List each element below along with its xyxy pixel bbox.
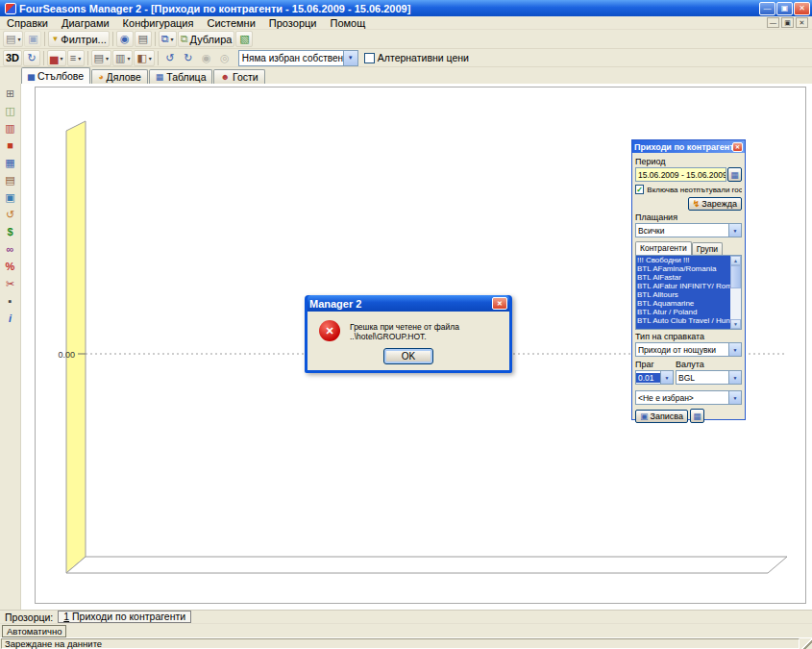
report-type-combobox[interactable]: Приходи от нощувки ▼	[635, 342, 742, 357]
percent-icon[interactable]: %	[2, 259, 18, 274]
rotate-chart-button[interactable]: ↻	[23, 50, 40, 66]
tab-gosti[interactable]: ☻ Гости	[213, 69, 264, 84]
list-scrollbar[interactable]: ▲ ▼	[730, 256, 741, 329]
redo-button[interactable]: ↻	[180, 50, 197, 66]
zoom-in-icon: ◉	[202, 52, 211, 64]
depth-button[interactable]: ▥ ▾	[112, 50, 133, 66]
save-button[interactable]: ▣	[24, 31, 41, 47]
chevron-down-icon[interactable]: ▼	[728, 343, 741, 356]
scissors-icon[interactable]: ✂	[2, 276, 18, 291]
template-combobox[interactable]: <Не е избран> ▼	[635, 390, 742, 405]
chevron-down-icon[interactable]: ▼	[728, 371, 741, 384]
automatic-button[interactable]: Автоматично	[2, 625, 66, 637]
list-item[interactable]: BTL Alltours	[636, 290, 730, 299]
filters-button-label: Филтри...	[61, 34, 106, 45]
info-icon[interactable]: i	[2, 311, 18, 326]
owners-combobox[interactable]: Няма избран собственици ▼	[238, 50, 358, 66]
dollar-icon[interactable]: $	[2, 224, 18, 239]
list-item-partial[interactable]	[636, 325, 730, 330]
calendar-icon[interactable]: ▦	[727, 167, 742, 182]
menu-item-diagrami[interactable]: Диаграми	[55, 16, 116, 30]
tab-grupi[interactable]: Групи	[692, 242, 723, 255]
scrollbar-thumb[interactable]	[730, 265, 741, 288]
blue-table-icon[interactable]: ▦	[2, 155, 18, 170]
zoom-in-button[interactable]: ◉	[198, 50, 215, 66]
grid-3d-icon[interactable]: ⊞	[2, 86, 18, 101]
chevron-down-icon[interactable]: ▼	[728, 391, 741, 404]
list-item[interactable]: BTL AFamina/Romania	[636, 264, 730, 273]
menu-item-prozorci[interactable]: Прозорци	[262, 16, 324, 30]
restore-button[interactable]: ▣	[776, 2, 793, 15]
list-item[interactable]: BTL Atur / Poland	[636, 308, 730, 316]
menu-item-spravki[interactable]: Справки	[0, 16, 55, 30]
window-tab-prihodi[interactable]: 1 Приходи по контрагенти	[58, 611, 191, 623]
payments-combobox[interactable]: Всички ▼	[635, 223, 742, 237]
tab-dyalove[interactable]: ◕ Дялове	[91, 69, 148, 84]
menu-item-pomosht[interactable]: Помощ	[323, 16, 372, 30]
include-guests-checkbox[interactable]: ✓	[635, 185, 644, 194]
rotate-icon[interactable]: ↺	[2, 207, 18, 222]
duplicate-button[interactable]: ⧉ Дублира	[178, 31, 235, 47]
currency-combobox[interactable]: BGL ▼	[676, 370, 742, 385]
monitor-icon[interactable]: ▣	[2, 189, 18, 205]
mdi-restore-button[interactable]: ▣	[781, 17, 794, 28]
period-input[interactable]: 15.06.2009 - 15.06.2009	[635, 167, 726, 182]
marks-button[interactable]: ▤ ▾	[91, 50, 111, 66]
dialog-title-bar[interactable]: Manager 2 ✕	[308, 295, 509, 312]
zoom-out-button[interactable]: ◎	[216, 50, 234, 66]
alt-prices-checkbox[interactable]	[364, 53, 375, 63]
grid-options-icon[interactable]: ▦	[690, 409, 704, 423]
scroll-up-icon[interactable]: ▲	[730, 256, 741, 265]
chevron-down-icon: ▾	[106, 55, 109, 62]
chevron-down-icon[interactable]: ▼	[660, 371, 673, 384]
ok-button[interactable]: OK	[383, 348, 433, 364]
tab-kontragenti[interactable]: Контрагенти	[635, 241, 692, 255]
list-item[interactable]: BTL AlFatur INFINITY/ Romani	[636, 282, 730, 290]
chevron-down-icon[interactable]: ▼	[728, 224, 741, 237]
export-image-button[interactable]: ▧	[235, 31, 253, 47]
undo-icon: ↺	[165, 52, 174, 64]
panel-close-icon[interactable]: ✕	[732, 142, 743, 152]
chart-strip-icon[interactable]: ▥	[2, 120, 18, 136]
load-button[interactable]: ↯ Зарежда	[688, 197, 742, 211]
save-report-button[interactable]: ▣ Записва	[635, 410, 688, 423]
undo-button[interactable]: ↺	[161, 50, 179, 66]
minimize-button[interactable]: —	[759, 2, 775, 15]
counterparties-list[interactable]: !!! Свободни !!! BTL AFamina/Romania BTL…	[635, 255, 742, 330]
toggle-3d-button[interactable]: 3D	[3, 50, 22, 66]
scroll-down-icon[interactable]: ▼	[730, 319, 741, 329]
red-display-icon[interactable]: ■	[2, 137, 18, 153]
list-item[interactable]: BTL Auto Club Travel / Hunga	[636, 316, 730, 325]
print-button[interactable]: ▤	[135, 31, 152, 47]
zoom-out-icon: ◎	[220, 52, 230, 64]
new-report-button[interactable]: ▤ ▾	[3, 31, 23, 47]
print-preview-button[interactable]: ◉	[116, 31, 134, 47]
mdi-minimize-button[interactable]: —	[767, 17, 779, 28]
list-item[interactable]: !!! Свободни !!!	[636, 256, 730, 264]
list-item[interactable]: BTL Aquamarine	[636, 299, 730, 308]
panel-title-bar[interactable]: Приходи по контрагенти ✕	[632, 140, 745, 153]
table-icon: ▦	[156, 72, 164, 82]
film-icon[interactable]: ▤	[2, 172, 18, 187]
legend-button[interactable]: ≡ ▾	[67, 50, 85, 66]
menu-item-sistemni[interactable]: Системни	[200, 16, 261, 30]
tab-stalbove[interactable]: ▅ Стълбове	[21, 67, 90, 84]
chevron-down-icon[interactable]: ▼	[343, 51, 357, 65]
copy-page-icon[interactable]: ◫	[2, 103, 18, 118]
series-type-button[interactable]: ▅ ▾	[47, 50, 65, 66]
close-button[interactable]: ✕	[794, 2, 810, 15]
colors-button[interactable]: ◧ ▾	[134, 50, 154, 66]
dialog-close-icon[interactable]: ✕	[492, 297, 507, 310]
threshold-input[interactable]: 0.01 ▼	[635, 370, 674, 385]
mdi-close-button[interactable]: ✕	[796, 17, 808, 28]
title-bar: FourSeasons Manager 2 - [Приходи по конт…	[0, 0, 812, 16]
menu-item-konfiguraciya[interactable]: Конфигурация	[116, 16, 201, 30]
resize-grip[interactable]	[800, 638, 812, 649]
list-item[interactable]: BTL AlFastar	[636, 273, 730, 282]
copy-button[interactable]: ⧉ ▾	[159, 31, 177, 47]
filters-button[interactable]: ▼ Филтри...	[48, 31, 109, 47]
save-icon: ▣	[28, 33, 37, 45]
link-icon[interactable]: ∞	[2, 241, 18, 257]
mini-chart-icon[interactable]: ▪	[2, 293, 18, 309]
tab-tablica[interactable]: ▦ Таблица	[149, 69, 213, 84]
